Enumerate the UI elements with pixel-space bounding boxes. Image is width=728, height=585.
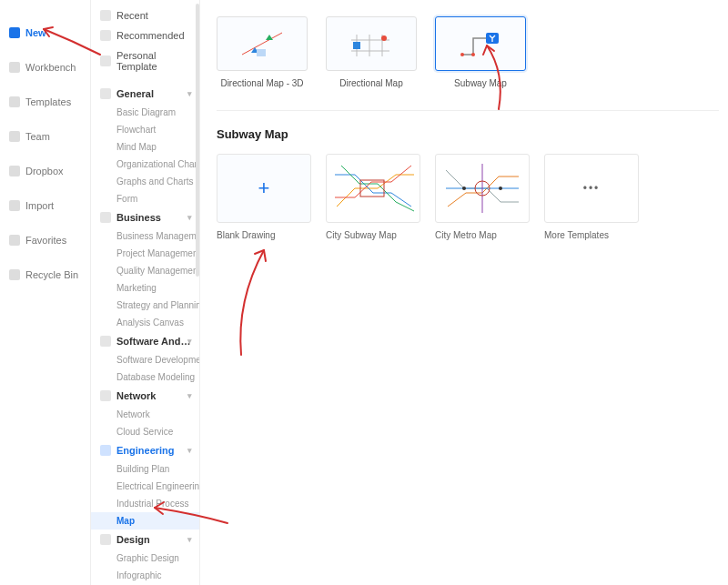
cat-sub[interactable]: Network xyxy=(91,406,199,423)
cat-general[interactable]: General ▾ xyxy=(91,84,199,104)
star-icon xyxy=(9,235,20,246)
cat-sub[interactable]: Business Management xyxy=(91,227,199,245)
svg-rect-7 xyxy=(353,42,360,49)
type-label: Subway Map xyxy=(435,78,526,88)
cat-sub[interactable]: Graphic Design xyxy=(91,550,199,567)
cat-sub[interactable]: Industrial Process xyxy=(91,495,199,512)
general-icon xyxy=(100,88,111,99)
chevron-down-icon: ▾ xyxy=(187,337,192,346)
cat-sub[interactable]: Quality Management xyxy=(91,262,199,279)
nav-label: Dropbox xyxy=(25,166,64,177)
cat-sub[interactable]: Graphs and Charts xyxy=(91,173,199,190)
cat-sub[interactable]: Software Development xyxy=(91,351,199,368)
type-subway-map[interactable]: Subway Map xyxy=(435,16,526,88)
nav-dropbox[interactable]: Dropbox xyxy=(0,160,90,182)
cat-sub[interactable]: Cloud Service xyxy=(91,423,199,440)
cat-sub[interactable]: Database Modeling xyxy=(91,368,199,386)
nav-new[interactable]: New xyxy=(0,22,90,44)
wrench-icon xyxy=(100,445,111,456)
thumb: + xyxy=(217,154,311,223)
type-directional[interactable]: Directional Map xyxy=(326,16,417,88)
nav-label: Team xyxy=(25,131,50,142)
templates-icon xyxy=(9,96,20,107)
cat-business[interactable]: Business ▾ xyxy=(91,207,199,227)
ellipsis-icon: ••• xyxy=(583,182,601,195)
cat-personal-template[interactable]: Personal Template xyxy=(91,45,199,76)
type-label: Directional Map - 3D xyxy=(217,78,308,88)
nav-label: Recycle Bin xyxy=(25,269,78,280)
network-icon xyxy=(100,390,111,401)
category-sidebar: Recent Recommended Personal Template Gen… xyxy=(91,0,200,585)
plus-icon xyxy=(9,27,20,38)
dropbox-icon xyxy=(9,166,20,177)
svg-rect-1 xyxy=(257,49,266,56)
workbench-icon xyxy=(9,62,20,73)
nav-label: New xyxy=(25,27,46,38)
template-city-metro[interactable]: City Metro Map xyxy=(435,154,530,240)
template-label: City Metro Map xyxy=(435,230,530,240)
cat-sub[interactable]: Organizational Chart xyxy=(91,156,199,173)
design-icon xyxy=(100,534,111,545)
nav-import[interactable]: Import xyxy=(0,195,90,217)
cat-sub[interactable]: Infographic xyxy=(91,567,199,584)
sparkle-icon xyxy=(100,30,111,41)
chevron-down-icon: ▾ xyxy=(187,535,192,544)
briefcase-icon xyxy=(100,212,111,223)
person-icon xyxy=(100,55,111,66)
nav-templates[interactable]: Templates xyxy=(0,91,90,113)
subway-icon xyxy=(453,25,508,62)
svg-point-15 xyxy=(499,187,502,190)
divider xyxy=(217,110,719,111)
template-more[interactable]: ••• More Templates xyxy=(544,154,639,240)
team-icon xyxy=(9,131,20,142)
thumb xyxy=(435,16,526,71)
chevron-down-icon: ▾ xyxy=(187,89,192,98)
cat-network[interactable]: Network ▾ xyxy=(91,386,199,406)
diagram-type-row: Directional Map - 3D Directional Map xyxy=(217,16,719,88)
chevron-down-icon: ▾ xyxy=(187,213,192,222)
nav-team[interactable]: Team xyxy=(0,126,90,147)
svg-point-14 xyxy=(462,187,466,190)
clock-icon xyxy=(100,10,111,21)
cat-sub[interactable]: Form xyxy=(91,190,199,207)
nav-recycle-bin[interactable]: Recycle Bin xyxy=(0,264,90,286)
template-city-subway[interactable]: City Subway Map xyxy=(326,154,420,240)
nav-label: Favorites xyxy=(25,235,66,246)
nav-workbench[interactable]: Workbench xyxy=(0,56,90,78)
directional-icon xyxy=(344,25,399,62)
cat-sub[interactable]: Strategy and Planning xyxy=(91,297,199,314)
template-blank[interactable]: + Blank Drawing xyxy=(217,154,311,240)
scrollbar[interactable] xyxy=(196,4,199,277)
cat-recent[interactable]: Recent xyxy=(91,5,199,25)
cat-design[interactable]: Design ▾ xyxy=(91,530,199,550)
directional-3d-icon xyxy=(235,25,289,62)
nav-favorites[interactable]: Favorites xyxy=(0,229,90,251)
metro-preview-icon xyxy=(437,156,528,220)
cat-engineering[interactable]: Engineering ▾ xyxy=(91,440,199,460)
nav-label: Templates xyxy=(25,96,71,107)
cat-software[interactable]: Software And… ▾ xyxy=(91,331,199,351)
thumb xyxy=(326,154,420,223)
cat-sub[interactable]: Analysis Canvas xyxy=(91,314,199,331)
template-label: City Subway Map xyxy=(326,230,420,240)
chevron-down-icon: ▾ xyxy=(187,391,192,400)
cat-sub[interactable]: Building Plan xyxy=(91,460,199,478)
thumb: ••• xyxy=(544,154,639,223)
svg-point-8 xyxy=(381,35,387,41)
cat-sub[interactable]: Basic Diagram xyxy=(91,104,199,121)
cat-sub-map[interactable]: Map xyxy=(91,512,199,530)
type-directional-3d[interactable]: Directional Map - 3D xyxy=(217,16,308,88)
code-icon xyxy=(100,336,111,347)
subway-preview-icon xyxy=(328,156,419,220)
template-label: More Templates xyxy=(544,230,639,240)
cat-recommended[interactable]: Recommended xyxy=(91,25,199,45)
cat-sub[interactable]: Electrical Engineering xyxy=(91,478,199,495)
cat-sub[interactable]: Flowchart xyxy=(91,121,199,138)
cat-sub[interactable]: Project Management xyxy=(91,245,199,262)
thumb xyxy=(326,16,417,71)
trash-icon xyxy=(9,269,20,280)
template-label: Blank Drawing xyxy=(217,230,311,240)
plus-icon: + xyxy=(258,177,270,200)
cat-sub[interactable]: Marketing xyxy=(91,279,199,297)
cat-sub[interactable]: Mind Map xyxy=(91,138,199,156)
